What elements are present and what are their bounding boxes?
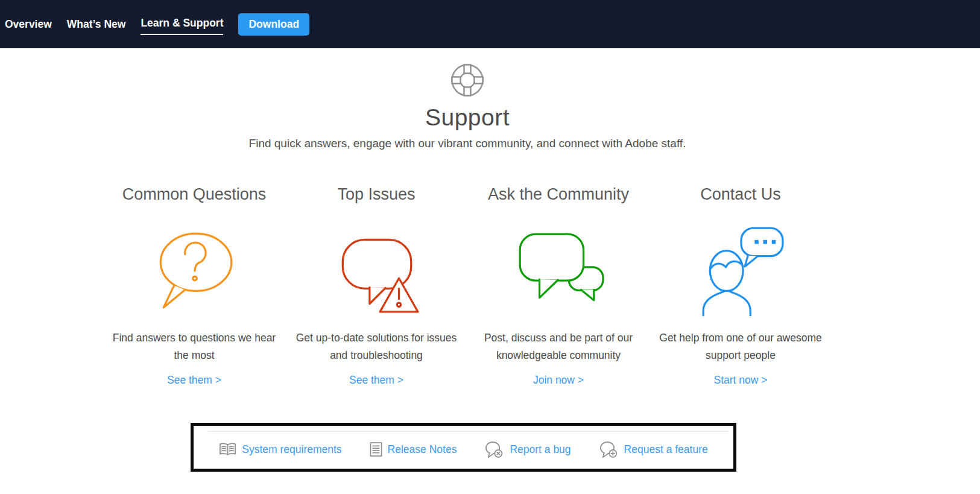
quicklink-label: System requirements <box>242 443 341 456</box>
quicklink-label: Release Notes <box>388 443 457 456</box>
system-requirements-link[interactable]: System requirements <box>219 442 341 457</box>
page-title: Support <box>0 104 935 131</box>
document-icon <box>370 442 382 457</box>
bubble-plus-icon <box>599 440 619 458</box>
card-common-questions: Common Questions Find answers to questio… <box>103 185 285 387</box>
nav-item-overview[interactable]: Overview <box>5 14 52 34</box>
page-subtitle: Find quick answers, engage with our vibr… <box>0 137 935 150</box>
card-title: Contact Us <box>650 185 832 204</box>
quick-links-highlight-box: System requirements Release Notes <box>191 423 736 472</box>
nav-item-learn-support[interactable]: Learn & Support <box>141 13 223 35</box>
open-book-icon <box>219 442 236 457</box>
release-notes-link[interactable]: Release Notes <box>370 442 457 457</box>
card-top-issues: Top Issues Get up-to-date solutions for … <box>285 185 467 387</box>
bubble-x-icon <box>484 440 504 458</box>
quicklink-label: Request a feature <box>624 443 708 456</box>
question-bubble-icon <box>103 211 285 329</box>
quick-links-row: System requirements Release Notes <box>194 432 733 467</box>
report-a-bug-link[interactable]: Report a bug <box>484 440 571 458</box>
person-chat-icon <box>650 211 832 329</box>
see-them-link[interactable]: See them > <box>349 374 403 387</box>
warning-bubble-icon <box>285 211 467 329</box>
card-title: Common Questions <box>103 185 285 204</box>
card-description: Get up-to-date solutions for issues and … <box>291 329 461 364</box>
quicklink-label: Report a bug <box>510 443 571 456</box>
card-description: Find answers to questions we hear the mo… <box>109 329 279 364</box>
card-ask-community: Ask the Community Post, discuss and be p… <box>467 185 650 387</box>
support-hero: Support Find quick answers, engage with … <box>0 48 935 150</box>
download-button[interactable]: Download <box>238 13 309 36</box>
card-contact-us: Contact Us <box>650 185 832 387</box>
start-now-link[interactable]: Start now > <box>713 374 767 387</box>
card-description: Get help from one of our awesome support… <box>656 329 826 364</box>
see-them-link[interactable]: See them > <box>167 374 221 387</box>
card-title: Top Issues <box>285 185 467 204</box>
community-bubbles-icon <box>467 211 650 329</box>
card-description: Post, discuss and be part of our knowled… <box>473 329 643 364</box>
card-title: Ask the Community <box>467 185 650 204</box>
join-now-link[interactable]: Join now > <box>533 374 584 387</box>
nav-item-whats-new[interactable]: What’s New <box>67 14 126 34</box>
lifebuoy-icon <box>450 63 484 97</box>
request-a-feature-link[interactable]: Request a feature <box>599 440 708 458</box>
top-navigation-bar: Overview What’s New Learn & Support Down… <box>0 0 980 48</box>
support-cards-row: Common Questions Find answers to questio… <box>0 185 935 387</box>
